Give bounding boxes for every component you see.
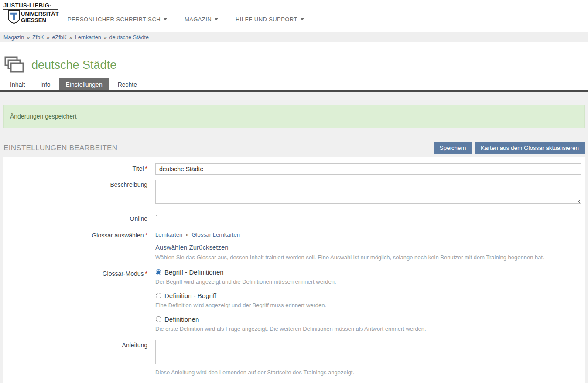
- anleitung-help-text: Diese Anleitung wird den Lernenden auf d…: [155, 369, 581, 376]
- page-title: deutsche Städte: [31, 58, 116, 72]
- required-asterisk: *: [145, 270, 147, 277]
- breadcrumb-separator: »: [104, 34, 107, 41]
- glossar-help-text: Wählen Sie das Glossar aus, dessen Inhal…: [155, 254, 581, 261]
- radio-option-definitionen: Definitionen: [155, 315, 581, 323]
- breadcrumb: Magazin»ZfbK»eZfbK»Lernkarten»deutsche S…: [0, 32, 588, 42]
- top-header: JUSTUS-LIEBIG- UNIVERSITÄT GIESSEN PERSÖ…: [0, 0, 588, 32]
- chevron-down-icon: [301, 18, 304, 20]
- required-asterisk: *: [145, 165, 147, 172]
- flashcards-icon: [4, 56, 24, 75]
- beschreibung-field[interactable]: [155, 180, 581, 204]
- glossar-label: Glossar auswählen*: [3, 230, 155, 261]
- tab-einstellungen[interactable]: Einstellungen: [59, 78, 109, 90]
- tab-info[interactable]: Info: [34, 78, 57, 90]
- logo-shield-icon: [8, 10, 20, 26]
- radio-help-text: Der Begriff wird angezeigt und die Defin…: [155, 278, 581, 285]
- form-header-buttons: Speichern Karten aus dem Glossar aktuali…: [434, 142, 585, 154]
- radio-option-begriff-definitionen: Begriff - Definitionen: [155, 268, 581, 276]
- save-button[interactable]: Speichern: [434, 142, 472, 154]
- definition-begriff-radio[interactable]: [156, 293, 161, 298]
- beschreibung-label: Beschreibung: [3, 180, 155, 206]
- begriff-definitionen-radio[interactable]: [156, 269, 161, 275]
- breadcrumb-separator: »: [27, 34, 30, 41]
- nav-item-persoenlicher-schreibtisch[interactable]: PERSÖNLICHER SCHREIBTISCH: [68, 16, 167, 23]
- breadcrumb-link-deutsche-staedte[interactable]: deutsche Städte: [109, 34, 149, 41]
- form-row-online: Online: [3, 214, 585, 222]
- online-label: Online: [3, 214, 155, 222]
- titel-field[interactable]: [155, 163, 581, 175]
- form-header-row: EINSTELLUNGEN BEARBEITEN Speichern Karte…: [3, 142, 585, 154]
- titel-label: Titel*: [3, 163, 155, 175]
- form-row-glossar-modus: Glossar-Modus* Begriff - Definitionen De…: [3, 268, 585, 332]
- success-message: Änderungen gespeichert: [3, 105, 585, 128]
- online-checkbox[interactable]: [156, 215, 161, 220]
- logo-names: UNIVERSITÄT GIESSEN: [21, 11, 59, 26]
- breadcrumb-separator: »: [69, 34, 72, 41]
- glossar-path-link-lernkarten[interactable]: Lernkarten: [155, 231, 182, 238]
- breadcrumb-link-zfbk[interactable]: ZfbK: [32, 34, 44, 41]
- tab-rechte[interactable]: Rechte: [111, 78, 144, 90]
- required-asterisk: *: [145, 232, 147, 239]
- nav-item-hilfe-und-support[interactable]: HILFE UND SUPPORT: [236, 16, 304, 23]
- radio-help-text: Die erste Definition wird als Frage ange…: [155, 325, 581, 332]
- main-nav: PERSÖNLICHER SCHREIBTISCH MAGAZIN HILFE …: [68, 16, 304, 23]
- settings-form: Titel* Beschreibung Online: [3, 157, 585, 383]
- path-separator: »: [185, 231, 188, 238]
- radio-help-text: Eine Definition wird angezeigt und der B…: [155, 302, 581, 308]
- zuruecksetzen-link[interactable]: Zurücksetzen: [189, 244, 229, 251]
- form-row-beschreibung: Beschreibung: [3, 180, 585, 206]
- glossar-path: Lernkarten»Glossar Lernkarten: [155, 230, 581, 238]
- glossar-actions: Auswählen Zurücksetzen: [155, 244, 581, 251]
- chevron-down-icon: [215, 18, 218, 20]
- form-row-titel: Titel*: [3, 163, 585, 175]
- glossar-modus-label: Glossar-Modus*: [3, 268, 155, 332]
- breadcrumb-link-lernkarten[interactable]: Lernkarten: [75, 34, 101, 41]
- anleitung-field[interactable]: [155, 340, 581, 364]
- form-section-title: EINSTELLUNGEN BEARBEITEN: [3, 144, 117, 153]
- glossar-path-link-glossar-lernkarten[interactable]: Glossar Lernkarten: [191, 231, 240, 238]
- breadcrumb-link-magazin[interactable]: Magazin: [3, 34, 24, 41]
- title-section: deutsche Städte: [0, 42, 588, 78]
- definitionen-radio[interactable]: [156, 316, 161, 322]
- breadcrumb-separator: »: [47, 34, 50, 41]
- breadcrumb-link-ezfbk[interactable]: eZfbK: [52, 34, 67, 41]
- content-area: Änderungen gespeichert EINSTELLUNGEN BEA…: [0, 92, 588, 383]
- nav-item-magazin[interactable]: MAGAZIN: [185, 16, 218, 23]
- form-row-glossar: Glossar auswählen* Lernkarten»Glossar Le…: [3, 230, 585, 261]
- tab-bar: Inhalt Info Einstellungen Rechte: [3, 78, 588, 90]
- logo-line1: JUSTUS-LIEBIG-: [3, 2, 58, 10]
- chevron-down-icon: [164, 18, 167, 20]
- auswaehlen-link[interactable]: Auswählen: [155, 244, 187, 251]
- form-row-anleitung: Anleitung Diese Anleitung wird den Lerne…: [3, 340, 585, 376]
- university-logo[interactable]: JUSTUS-LIEBIG- UNIVERSITÄT GIESSEN: [3, 2, 59, 26]
- update-cards-from-glossary-button[interactable]: Karten aus dem Glossar aktualisieren: [475, 142, 585, 154]
- anleitung-label: Anleitung: [3, 340, 155, 376]
- radio-option-definition-begriff: Definition - Begriff: [155, 292, 581, 299]
- tab-inhalt[interactable]: Inhalt: [3, 78, 31, 90]
- page: JUSTUS-LIEBIG- UNIVERSITÄT GIESSEN PERSÖ…: [0, 0, 588, 383]
